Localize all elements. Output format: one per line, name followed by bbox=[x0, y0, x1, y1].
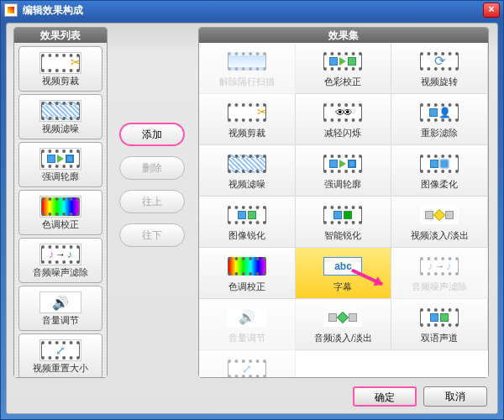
video-fade-icon bbox=[416, 202, 463, 228]
noise-icon bbox=[223, 151, 270, 176]
effects-grid-item-label: 重影滤除 bbox=[421, 127, 458, 139]
effects-list-item[interactable]: 视频滤噪 bbox=[18, 94, 102, 139]
resize-icon: ⤢ bbox=[39, 339, 81, 361]
effects-grid-item[interactable]: 视频滤噪 bbox=[199, 145, 296, 197]
effects-grid-item: ⤢视频重置大小 bbox=[199, 350, 296, 377]
effects-list-item-label: 色调校正 bbox=[42, 219, 79, 229]
remove-label: 删除 bbox=[142, 161, 162, 176]
effects-grid-item-label: 色彩校正 bbox=[324, 76, 361, 88]
cancel-label: 取消 bbox=[445, 391, 465, 402]
effects-grid-item-label: 视频旋转 bbox=[421, 76, 458, 88]
sharpen-icon bbox=[223, 202, 270, 228]
effects-grid-item-label: 解除隔行扫描 bbox=[219, 76, 275, 88]
subtitle-icon: abc bbox=[319, 254, 366, 279]
smart-sharpen-icon bbox=[319, 202, 366, 228]
effects-grid-item[interactable]: 视频淡入/淡出 bbox=[391, 197, 488, 248]
effects-list-item[interactable]: 强调轮廓 bbox=[18, 142, 102, 187]
add-button[interactable]: 添加 bbox=[119, 123, 185, 146]
move-up-label: 往上 bbox=[142, 195, 162, 209]
volume-icon: 🔊 bbox=[223, 305, 270, 330]
effects-list-panel: 效果列表 ✂视频剪裁视频滤噪强调轮廓色调校正♪→♪音频噪声滤除🔊音量调节⤢视频重… bbox=[13, 27, 108, 378]
rainbow-icon bbox=[39, 196, 81, 218]
deinterlace-icon bbox=[223, 49, 270, 74]
ok-button[interactable]: 确定 bbox=[353, 386, 417, 407]
effects-grid-item[interactable]: ✂视频剪裁 bbox=[199, 94, 296, 145]
effects-list-item-label: 视频滤噪 bbox=[42, 123, 79, 134]
effects-list-item[interactable]: ⤢视频重置大小 bbox=[18, 333, 102, 377]
scissors-icon: ✂ bbox=[39, 52, 81, 74]
effects-grid-item-label: 图像锐化 bbox=[228, 229, 265, 242]
effects-set-panel: 效果集 解除隔行扫描色彩校正⟳视频旋转✂视频剪裁👁👁减轻闪烁👤重影滤除视频滤噪强… bbox=[198, 27, 489, 378]
cancel-button[interactable]: 取消 bbox=[423, 386, 487, 407]
audio-fade-icon bbox=[319, 305, 366, 330]
audio-noise-icon: ♪→♪ bbox=[39, 244, 81, 265]
noise-icon bbox=[39, 100, 81, 122]
volume-icon: 🔊 bbox=[39, 291, 81, 313]
outline-icon bbox=[39, 148, 81, 170]
move-down-label: 往下 bbox=[142, 228, 162, 243]
window-title: 编辑效果构成 bbox=[23, 3, 83, 18]
titlebar: 编辑效果构成 × bbox=[1, 1, 503, 19]
scissors-icon: ✂ bbox=[223, 100, 270, 125]
close-button[interactable]: × bbox=[483, 3, 500, 18]
effects-list-item-label: 强调轮廓 bbox=[42, 171, 79, 181]
effects-grid-item[interactable]: 智能锐化 bbox=[296, 197, 392, 248]
effects-grid-item: ♪→♪音频噪声滤除 bbox=[391, 248, 488, 299]
effects-grid-item[interactable]: 👤重影滤除 bbox=[391, 94, 488, 145]
effects-grid-item-label: 色调校正 bbox=[228, 281, 265, 293]
move-down-button[interactable]: 往下 bbox=[119, 223, 185, 247]
effects-list-item[interactable]: 色调校正 bbox=[18, 190, 102, 235]
effects-grid-item-label: 双语声道 bbox=[421, 332, 458, 344]
rotate-icon: ⟳ bbox=[416, 49, 463, 74]
effects-grid-item[interactable]: 强调轮廓 bbox=[296, 145, 392, 197]
remove-button[interactable]: 删除 bbox=[119, 156, 185, 180]
ghost-icon: 👤 bbox=[416, 100, 463, 125]
effects-grid-item-label: 智能锐化 bbox=[324, 229, 361, 242]
dialog-window: 编辑效果构成 × 效果列表 ✂视频剪裁视频滤噪强调轮廓色调校正♪→♪音频噪声滤除… bbox=[0, 0, 504, 420]
outline-icon bbox=[319, 151, 366, 176]
effects-set-title: 效果集 bbox=[199, 28, 488, 43]
move-up-button[interactable]: 往上 bbox=[119, 190, 185, 213]
transfer-buttons: 添加 删除 往上 往下 bbox=[119, 123, 186, 257]
effects-list-item[interactable]: 🔊音量调节 bbox=[18, 286, 102, 331]
dual-audio-icon bbox=[416, 305, 463, 330]
effects-grid-item[interactable]: 音频淡入/淡出 bbox=[296, 299, 392, 350]
effects-grid: 解除隔行扫描色彩校正⟳视频旋转✂视频剪裁👁👁减轻闪烁👤重影滤除视频滤噪强调轮廓图… bbox=[199, 43, 488, 377]
effects-grid-item-label: 强调轮廓 bbox=[324, 178, 361, 191]
effects-grid-item-label: 音量调节 bbox=[228, 332, 265, 344]
effects-grid-item[interactable]: 图像柔化 bbox=[391, 145, 488, 197]
effects-grid-item[interactable]: 双语声道 bbox=[391, 299, 488, 350]
effects-grid-item: 解除隔行扫描 bbox=[199, 43, 296, 94]
effects-list-title: 效果列表 bbox=[14, 28, 107, 43]
effects-list-item-label: 视频剪裁 bbox=[42, 76, 79, 86]
effects-list-item-label: 视频重置大小 bbox=[33, 363, 88, 373]
rainbow-icon bbox=[223, 254, 270, 279]
effects-list-item-label: 音量调节 bbox=[42, 315, 79, 325]
effects-grid-item-label: 音频淡入/淡出 bbox=[314, 332, 372, 344]
effects-grid-item[interactable]: 色彩校正 bbox=[296, 43, 392, 94]
effects-list-item[interactable]: ♪→♪音频噪声滤除 bbox=[18, 238, 102, 283]
effects-list-body: ✂视频剪裁视频滤噪强调轮廓色调校正♪→♪音频噪声滤除🔊音量调节⤢视频重置大小 bbox=[14, 43, 107, 377]
effects-grid-item[interactable]: 图像锐化 bbox=[199, 197, 296, 248]
effects-grid-item[interactable]: 色调校正 bbox=[199, 248, 296, 299]
effects-grid-item[interactable]: ⟳视频旋转 bbox=[391, 43, 488, 94]
deflicker-icon: 👁👁 bbox=[319, 100, 366, 125]
effects-grid-item-label: 音频噪声滤除 bbox=[412, 281, 467, 293]
effects-grid-item[interactable]: 👁👁减轻闪烁 bbox=[296, 94, 392, 145]
effects-grid-item[interactable]: abc字幕 bbox=[296, 248, 392, 299]
effects-grid-item-label: 图像柔化 bbox=[421, 178, 458, 191]
add-label: 添加 bbox=[142, 128, 162, 142]
effects-grid-item-label: 视频剪裁 bbox=[228, 127, 265, 139]
app-icon bbox=[4, 3, 18, 17]
color-correct-icon bbox=[319, 49, 366, 74]
effects-grid-item-label: 字幕 bbox=[333, 281, 352, 293]
audio-noise-icon: ♪→♪ bbox=[416, 254, 463, 279]
effects-grid-item-label: 视频淡入/淡出 bbox=[411, 229, 469, 242]
effects-list-item-label: 音频噪声滤除 bbox=[33, 267, 88, 277]
soften-icon bbox=[416, 151, 463, 176]
ok-label: 确定 bbox=[375, 391, 395, 403]
dialog-body: 效果列表 ✂视频剪裁视频滤噪强调轮廓色调校正♪→♪音频噪声滤除🔊音量调节⤢视频重… bbox=[6, 23, 498, 414]
effects-grid-item-label: 视频滤噪 bbox=[228, 178, 265, 191]
effects-grid-item-label: 减轻闪烁 bbox=[324, 127, 361, 139]
effects-list-item[interactable]: ✂视频剪裁 bbox=[18, 46, 102, 92]
